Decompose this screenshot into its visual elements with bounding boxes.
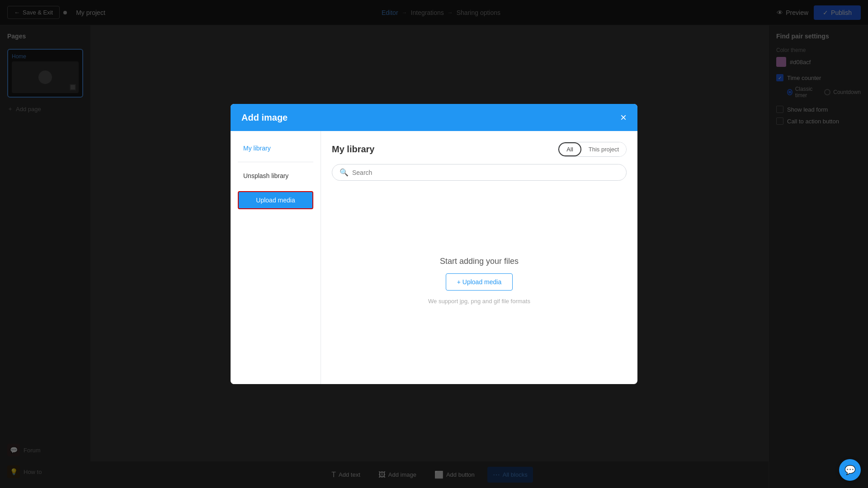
file-support-text: We support jpg, png and gif file formats xyxy=(428,298,530,305)
chat-bubble-button[interactable]: 💬 xyxy=(839,459,861,481)
filter-this-project-tab[interactable]: This project xyxy=(581,142,626,156)
modal-nav-divider xyxy=(238,162,313,162)
modal-content-title: My library xyxy=(332,144,374,155)
add-image-modal: Add image × My library Unsplash library … xyxy=(231,104,637,384)
modal-body: My library Unsplash library Upload media… xyxy=(231,131,637,384)
filter-all-tab[interactable]: All xyxy=(558,142,581,156)
modal-nav-my-library[interactable]: My library xyxy=(238,140,313,156)
modal-content-area: My library All This project 🔍 Start addi… xyxy=(321,131,637,384)
modal-title: Add image xyxy=(241,113,288,123)
search-input[interactable] xyxy=(352,169,619,176)
upload-media-button[interactable]: + Upload media xyxy=(446,273,513,291)
modal-upload-button[interactable]: Upload media xyxy=(238,191,313,209)
modal-nav: My library Unsplash library Upload media xyxy=(231,131,321,384)
empty-state-title: Start adding your files xyxy=(440,257,519,266)
modal-nav-unsplash[interactable]: Unsplash library xyxy=(238,168,313,184)
modal-header: Add image × xyxy=(231,104,637,131)
empty-state: Start adding your files + Upload media W… xyxy=(332,188,627,373)
filter-tabs: All This project xyxy=(558,142,627,157)
modal-close-button[interactable]: × xyxy=(620,112,627,123)
chat-icon: 💬 xyxy=(844,465,856,475)
modal-content-header: My library All This project xyxy=(332,142,627,157)
search-bar: 🔍 xyxy=(332,164,627,181)
search-icon: 🔍 xyxy=(340,168,349,177)
